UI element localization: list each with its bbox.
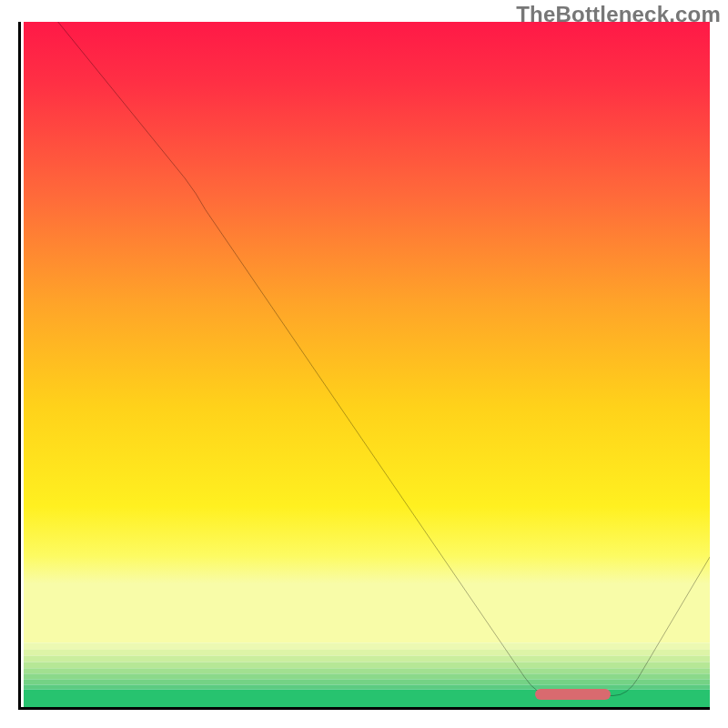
optimal-range-marker [535,689,611,700]
plot-area [24,22,710,707]
bottleneck-curve [24,22,710,707]
chart-container: TheBottleneck.com [0,0,728,728]
plot-axes [18,22,710,710]
watermark-text: TheBottleneck.com [516,2,721,27]
